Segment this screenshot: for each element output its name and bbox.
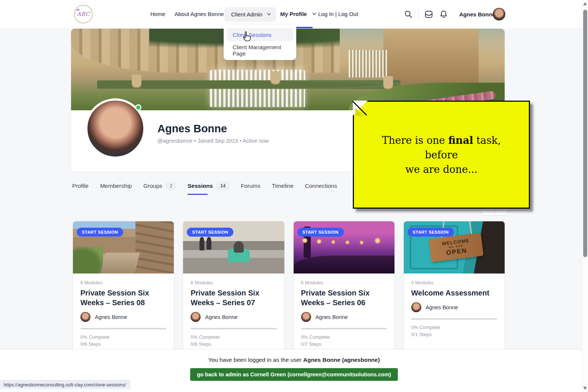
start-session-badge[interactable]: START SESSION — [77, 228, 123, 237]
profile-tab-bar: Profile Membership Groups2 Sessions14 Fo… — [72, 182, 337, 191]
tab-groups[interactable]: Groups2 — [143, 182, 176, 191]
art-path — [100, 253, 140, 274]
message-user: Agnes Bonne (agnesbonne) — [303, 357, 380, 363]
session-card[interactable]: START SESSION 6 Modules Private Session … — [73, 221, 174, 363]
session-author: Agnes Bonne — [301, 312, 387, 322]
tab-profile[interactable]: Profile — [72, 183, 89, 191]
scroll-down-arrow-icon[interactable] — [583, 387, 587, 390]
percent-complete: 0% Complete — [411, 324, 497, 331]
sessions-grid: START SESSION 6 Modules Private Session … — [73, 221, 505, 363]
tab-label: Connections — [305, 183, 337, 189]
client-admin-dropdown: Clone Sessions Client Management Page — [224, 25, 296, 60]
message-pre: You have been logged in as the user — [208, 357, 303, 363]
tab-count-badge: 14 — [217, 182, 229, 190]
author-name: Agnes Bonne — [95, 314, 127, 320]
chevron-down-icon — [312, 13, 316, 15]
card-body: 6 Modules Private Session Six Weeks – Se… — [73, 274, 174, 354]
session-thumbnail-welcome-sign: WELCOME WE ARE OPEN START SESSION — [404, 221, 505, 274]
link-preview-status-bar: https://agnesbonneconsulting.soft-clay.c… — [0, 380, 130, 389]
tab-label: Profile — [72, 183, 89, 189]
author-avatar — [191, 312, 201, 322]
start-session-badge[interactable]: START SESSION — [187, 228, 233, 237]
author-avatar — [301, 312, 311, 322]
site-logo[interactable]: ❧ ABC — [74, 5, 93, 23]
card-body: 6 Modules Private Session Six Weeks – Se… — [183, 274, 284, 354]
scrollbar-thumb[interactable] — [583, 10, 587, 257]
progress-bar — [301, 328, 387, 329]
tab-label: Groups — [143, 183, 162, 189]
session-card[interactable]: START SESSION 6 Modules Private Session … — [183, 221, 284, 363]
start-session-badge[interactable]: START SESSION — [297, 228, 344, 237]
author-avatar — [411, 302, 421, 312]
vertical-scrollbar[interactable] — [582, 0, 588, 392]
steps-count: 0/6 Steps — [80, 341, 166, 348]
nav-item-client-admin[interactable]: Client Admin — [224, 7, 276, 22]
client-admin-label: Client Admin — [231, 11, 262, 18]
steps-count: 0/1 Steps — [411, 331, 497, 338]
art-rider — [234, 241, 244, 253]
note-text: There is one final task, before we are d… — [354, 133, 529, 177]
tab-forums[interactable]: Forums — [241, 183, 261, 191]
art-bridge-deck — [294, 256, 394, 274]
module-count: 0 Modules — [411, 280, 497, 285]
tab-timeline[interactable]: Timeline — [272, 183, 294, 191]
nav-divider — [418, 9, 419, 19]
tab-membership[interactable]: Membership — [100, 183, 132, 191]
nav-item-login-logout[interactable]: Log In | Log Out — [318, 11, 358, 17]
note-line1-pre: There is one — [382, 135, 448, 146]
art-pedestrian — [207, 237, 212, 250]
tab-label: Timeline — [272, 183, 294, 189]
card-body: 6 Modules Private Session Six Weeks – Se… — [294, 274, 394, 354]
tab-label: Sessions — [188, 183, 213, 189]
profile-name: Agnes Bonne — [157, 123, 227, 135]
nav-item-my-profile[interactable]: My Profile — [280, 11, 316, 17]
nav-user-name[interactable]: Agnes Bonne — [459, 11, 495, 18]
session-card[interactable]: WELCOME WE ARE OPEN START SESSION 0 Modu… — [403, 221, 505, 363]
sticky-note: There is one final task, before we are d… — [353, 101, 530, 209]
cover-urn — [132, 75, 141, 87]
note-line2: we are done... — [405, 164, 477, 175]
steps-count: 0/7 Steps — [301, 341, 387, 348]
tab-sessions[interactable]: Sessions14 — [188, 182, 229, 191]
cover-urn — [383, 76, 393, 89]
online-status-dot — [135, 104, 141, 111]
percent-complete: 0% Complete — [301, 333, 387, 341]
nav-item-about[interactable]: About Agnes Bonne — [175, 11, 224, 17]
author-name: Agnes Bonne — [316, 314, 348, 320]
cover-urn — [271, 71, 280, 84]
percent-complete: 0% Complete — [80, 333, 166, 341]
art-lamp-glow — [300, 236, 389, 245]
steps-count: 0/6 Steps — [191, 341, 277, 348]
tab-connections[interactable]: Connections — [305, 183, 337, 191]
progress-bar — [411, 318, 497, 320]
profile-photo[interactable] — [85, 98, 146, 159]
menu-item-clone-sessions[interactable]: Clone Sessions — [227, 28, 293, 41]
bell-icon[interactable] — [439, 10, 448, 19]
session-author: Agnes Bonne — [80, 312, 166, 322]
session-title[interactable]: Private Session Six Weeks – Series 08 — [80, 288, 166, 307]
go-back-to-admin-button[interactable]: go back to admin as Cornell Green (corne… — [190, 368, 398, 381]
note-line1-bold: final — [448, 135, 473, 146]
tab-label: Membership — [100, 183, 132, 189]
session-thumbnail-village: START SESSION — [73, 221, 174, 274]
session-title[interactable]: Private Session Six Weeks – Series 06 — [301, 288, 387, 307]
tab-label: Forums — [241, 183, 261, 189]
scroll-up-arrow-icon[interactable] — [583, 2, 587, 5]
search-icon[interactable] — [404, 10, 413, 19]
card-body: 0 Modules Welcome Assessment Agnes Bonne… — [404, 274, 505, 344]
author-avatar — [80, 312, 90, 322]
module-count: 6 Modules — [80, 280, 166, 285]
session-author: Agnes Bonne — [191, 312, 277, 322]
session-title[interactable]: Welcome Assessment — [411, 288, 497, 298]
nav-user-avatar[interactable] — [493, 8, 505, 20]
author-name: Agnes Bonne — [426, 304, 458, 310]
start-session-badge[interactable]: START SESSION — [408, 228, 454, 237]
tab-count-badge: 2 — [166, 182, 176, 190]
menu-item-client-management[interactable]: Client Management Page — [227, 44, 293, 57]
inbox-icon[interactable] — [424, 10, 433, 19]
session-title[interactable]: Private Session Six Weeks – Series 07 — [191, 288, 277, 307]
author-name: Agnes Bonne — [205, 314, 237, 320]
nav-item-home[interactable]: Home — [150, 11, 165, 17]
session-card[interactable]: START SESSION 6 Modules Private Session … — [293, 221, 395, 363]
profile-meta: @agnesbonne • Joined Sep 2023 • Active n… — [157, 138, 269, 144]
